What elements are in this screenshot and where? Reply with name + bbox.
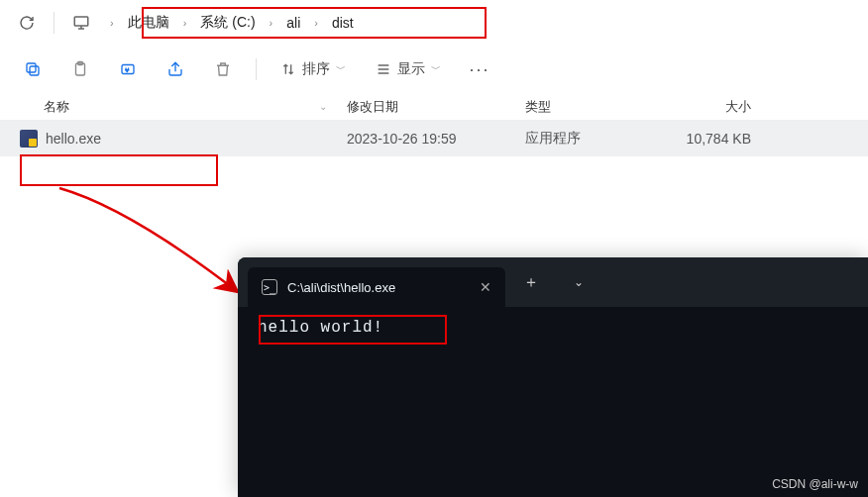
toolbar: 排序 ﹀ 显示 ﹀ ··· bbox=[0, 46, 868, 93]
chevron-down-icon: ﹀ bbox=[431, 62, 441, 76]
new-tab-button[interactable]: ＋ bbox=[509, 262, 553, 302]
annotation-arrow bbox=[40, 178, 258, 317]
terminal-icon: >_ bbox=[262, 279, 277, 295]
file-name: hello.exe bbox=[46, 131, 101, 147]
column-size[interactable]: 大小 bbox=[652, 98, 771, 116]
exe-file-icon bbox=[20, 130, 38, 148]
terminal-tab-title: C:\ali\dist\hello.exe bbox=[287, 280, 395, 295]
refresh-button[interactable] bbox=[10, 6, 44, 40]
close-icon[interactable]: ✕ bbox=[480, 279, 491, 295]
column-name[interactable]: 名称 ⌄ bbox=[20, 98, 347, 116]
tab-dropdown-button[interactable]: ⌄ bbox=[557, 262, 600, 302]
watermark: CSDN @ali-w-w bbox=[772, 477, 858, 491]
breadcrumb: › 此电脑 › 系统 (C:) › ali › dist bbox=[104, 7, 372, 39]
svg-rect-1 bbox=[30, 66, 39, 75]
breadcrumb-item[interactable]: ali bbox=[278, 13, 308, 33]
sort-button[interactable]: 排序 ﹀ bbox=[271, 50, 356, 88]
breadcrumb-item[interactable]: dist bbox=[324, 13, 362, 33]
sort-indicator-icon: ⌄ bbox=[319, 101, 327, 112]
terminal-tabbar: >_ C:\ali\dist\hello.exe ✕ ＋ ⌄ bbox=[238, 257, 868, 307]
file-row[interactable]: hello.exe 2023-10-26 19:59 应用程序 10,784 K… bbox=[0, 121, 868, 156]
breadcrumb-item[interactable]: 此电脑 bbox=[120, 12, 177, 34]
column-modified[interactable]: 修改日期 bbox=[347, 98, 525, 116]
file-modified: 2023-10-26 19:59 bbox=[347, 131, 525, 147]
nav-bar: › 此电脑 › 系统 (C:) › ali › dist bbox=[0, 0, 868, 46]
svg-rect-0 bbox=[74, 17, 88, 26]
delete-icon[interactable] bbox=[204, 50, 242, 88]
paste-icon[interactable] bbox=[61, 50, 99, 88]
view-button[interactable]: 显示 ﹀ bbox=[366, 50, 451, 88]
separator bbox=[54, 12, 54, 34]
terminal-tab-actions: ＋ ⌄ bbox=[509, 262, 600, 302]
copy-icon[interactable] bbox=[14, 50, 52, 88]
more-button[interactable]: ··· bbox=[461, 50, 498, 88]
terminal-window: >_ C:\ali\dist\hello.exe ✕ ＋ ⌄ hello wor… bbox=[238, 257, 868, 497]
terminal-output: hello world! bbox=[238, 307, 868, 348]
svg-rect-2 bbox=[27, 63, 36, 72]
annotation-box bbox=[20, 154, 218, 186]
terminal-tab[interactable]: >_ C:\ali\dist\hello.exe ✕ bbox=[248, 267, 505, 307]
share-icon[interactable] bbox=[157, 50, 194, 88]
file-size: 10,784 KB bbox=[652, 131, 771, 147]
breadcrumb-item[interactable]: 系统 (C:) bbox=[192, 12, 263, 34]
chevron-right-icon: › bbox=[314, 17, 318, 29]
chevron-right-icon: › bbox=[110, 17, 114, 29]
column-headers: 名称 ⌄ 修改日期 类型 大小 bbox=[0, 93, 868, 121]
separator bbox=[256, 58, 257, 80]
view-label: 显示 bbox=[397, 60, 425, 78]
rename-icon[interactable] bbox=[109, 50, 147, 88]
sort-label: 排序 bbox=[302, 60, 330, 78]
monitor-icon[interactable] bbox=[64, 6, 98, 40]
column-type[interactable]: 类型 bbox=[525, 98, 652, 116]
column-name-label: 名称 bbox=[44, 98, 69, 116]
chevron-right-icon: › bbox=[183, 17, 187, 29]
file-type: 应用程序 bbox=[525, 130, 652, 148]
chevron-right-icon: › bbox=[270, 17, 273, 29]
chevron-down-icon: ﹀ bbox=[336, 62, 346, 76]
